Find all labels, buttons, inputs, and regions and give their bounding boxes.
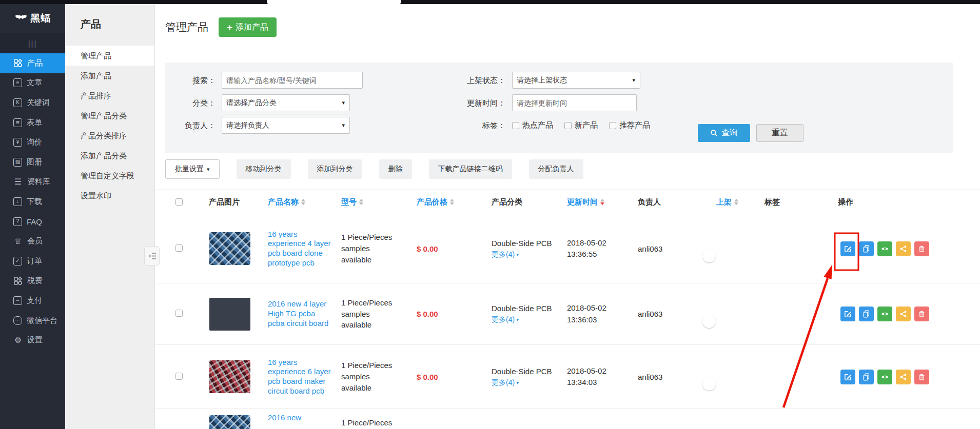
col-name-sort[interactable]: 产品名称: [268, 197, 341, 207]
nav-item-members[interactable]: ♕ 会员: [0, 231, 65, 251]
category-select[interactable]: 请选择产品分类 ▾: [222, 94, 350, 111]
more-categories-link[interactable]: 更多(4)▾: [492, 315, 519, 325]
product-image[interactable]: [209, 415, 250, 429]
share-button[interactable]: [896, 307, 911, 321]
toggle-knob: [702, 377, 716, 391]
copy-button[interactable]: [859, 241, 874, 256]
edit-button[interactable]: [840, 241, 855, 256]
product-image[interactable]: [209, 360, 250, 393]
col-category: 产品分类: [492, 197, 567, 207]
select-all-checkbox[interactable]: [175, 198, 183, 206]
nav-item-settings[interactable]: ⚙ 设置: [0, 330, 65, 350]
question-icon: ?: [13, 217, 22, 226]
add-to-category-button[interactable]: 添加到分类: [308, 159, 362, 179]
copy-pages-icon: [863, 245, 870, 253]
assign-owner-button[interactable]: 分配负责人: [529, 159, 583, 179]
col-updated-sort[interactable]: 更新时间: [567, 197, 638, 207]
nav-item-gallery[interactable]: ▨ 图册: [0, 152, 65, 172]
nav-item-inquiries[interactable]: ¥ 询价: [0, 132, 65, 152]
col-image: 产品图片: [209, 197, 268, 207]
query-button[interactable]: 查询: [698, 124, 750, 142]
product-name-link[interactable]: 2016 new 4 layer High TG pcba pcba circu…: [268, 299, 341, 328]
subnav-manage-products[interactable]: 管理产品: [65, 46, 154, 66]
nav-item-articles[interactable]: ≡ 文章: [0, 73, 65, 93]
add-product-button[interactable]: + 添加产品: [219, 17, 277, 37]
copy-button[interactable]: [859, 370, 874, 384]
article-icon: ≡: [13, 78, 22, 87]
main-nav: 产品 ≡ 文章 K 关键词 ≣ 表单 ¥ 询价 ▨ 图册: [0, 53, 65, 429]
subnav-product-sort[interactable]: 产品排序: [65, 86, 154, 106]
download-qrcode-button[interactable]: 下载产品链接二维码: [429, 159, 512, 179]
row-checkbox[interactable]: [175, 244, 183, 252]
edit-button[interactable]: [840, 307, 855, 321]
col-model-sort[interactable]: 型号: [341, 197, 417, 207]
nav-label: 关键词: [27, 98, 50, 108]
sidebar-collapse-toggle[interactable]: |||: [0, 33, 65, 53]
status-select[interactable]: 请选择上架状态 ▾: [512, 72, 640, 89]
nav-item-keywords[interactable]: K 关键词: [0, 93, 65, 113]
share-button[interactable]: [896, 370, 911, 384]
col-status-sort[interactable]: 上架: [716, 197, 765, 207]
move-to-category-button[interactable]: 移动到分类: [237, 159, 291, 179]
nav-item-library[interactable]: ☰ 资料库: [0, 172, 65, 192]
row-actions: [840, 307, 980, 321]
nav-item-products[interactable]: 产品: [0, 53, 65, 73]
reset-button[interactable]: 重置: [756, 124, 803, 142]
product-model: 1 Piece/Pieces samples available: [341, 297, 417, 331]
nav-item-forms[interactable]: ≣ 表单: [0, 113, 65, 133]
owner-select[interactable]: 请选择负责人 ▾: [222, 117, 350, 134]
tag-hot-checkbox[interactable]: 热点产品: [512, 120, 553, 130]
nav-item-faq[interactable]: ? FAQ: [0, 212, 65, 232]
nav-item-downloads[interactable]: ↓ 下载: [0, 192, 65, 212]
more-categories-link[interactable]: 更多(4)▾: [492, 250, 519, 260]
delete-button[interactable]: 删除: [379, 159, 412, 179]
copy-button[interactable]: [859, 307, 874, 321]
sort-icons: [734, 199, 738, 205]
nav-label: 会员: [27, 236, 43, 246]
subnav-custom-fields[interactable]: 管理自定义字段: [65, 166, 154, 186]
share-button[interactable]: [896, 241, 911, 256]
col-actions: 操作: [838, 197, 980, 207]
row-checkbox[interactable]: [175, 373, 183, 380]
row-checkbox[interactable]: [175, 310, 183, 317]
product-image[interactable]: [209, 298, 250, 331]
nav-item-tax[interactable]: 税费: [0, 271, 65, 291]
copy-pages-icon: [863, 373, 870, 381]
bat-logo-icon: [14, 13, 28, 24]
product-name-link[interactable]: 16 years experience 6 layer pcb board ma…: [268, 358, 341, 396]
tags-label: 标签：: [444, 117, 505, 134]
product-name-link[interactable]: 2016 new: [268, 413, 341, 423]
product-name-link[interactable]: 16 years experience 4 layer pcb board cl…: [268, 230, 341, 268]
delete-row-button[interactable]: [914, 241, 929, 256]
delete-row-button[interactable]: [914, 307, 929, 321]
edit-button[interactable]: [840, 370, 855, 384]
panel-collapse-button[interactable]: [144, 246, 160, 265]
collapse-bars-icon: |||: [28, 39, 37, 48]
nav-item-wechat[interactable]: ⋯ 微信平台: [0, 311, 65, 331]
preview-button[interactable]: [877, 241, 892, 256]
subnav-add-category[interactable]: 添加产品分类: [65, 146, 154, 166]
trash-icon: [918, 245, 926, 253]
col-price-sort[interactable]: 产品价格: [417, 197, 492, 207]
nav-item-orders[interactable]: ✓ 订单: [0, 251, 65, 271]
search-input[interactable]: [222, 72, 363, 89]
tag-new-checkbox[interactable]: 新产品: [564, 120, 598, 130]
app-logo[interactable]: 黑蝠: [0, 4, 65, 33]
subnav-manage-categories[interactable]: 管理产品分类: [65, 106, 154, 126]
checkbox: [512, 122, 519, 129]
subnav-add-product[interactable]: 添加产品: [65, 66, 154, 86]
subnav-category-sort[interactable]: 产品分类排序: [65, 126, 154, 146]
product-table: 产品图片 产品名称 型号 产品价格 产品分类 更新时间 负责人 上架 标签 操作: [155, 190, 980, 429]
product-image[interactable]: [209, 232, 250, 265]
subnav-watermark[interactable]: 设置水印: [65, 186, 154, 206]
tag-recommend-checkbox[interactable]: 推荐产品: [609, 120, 650, 130]
update-time-input[interactable]: [512, 94, 637, 111]
preview-button[interactable]: [877, 370, 892, 384]
more-categories-link[interactable]: 更多(4)▾: [492, 378, 519, 388]
delete-row-button[interactable]: [914, 370, 929, 384]
logo-text: 黑蝠: [30, 12, 51, 25]
batch-settings-button[interactable]: 批量设置 ▾: [165, 159, 220, 179]
preview-button[interactable]: [877, 307, 892, 321]
nav-item-payments[interactable]: – 支付: [0, 291, 65, 311]
owner-label: 负责人：: [165, 117, 215, 134]
